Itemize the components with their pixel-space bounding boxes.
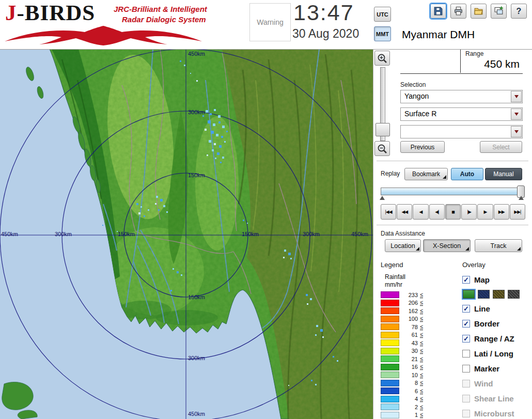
checkbox-lati-long[interactable]	[462, 350, 470, 358]
dropdown-extra[interactable]	[400, 125, 523, 138]
overlay-item-lati-long: Lati / Long	[462, 346, 531, 361]
overlay-label-lati-long: Lati / Long	[474, 349, 513, 358]
rain-echo	[247, 223, 248, 224]
clock-date: 30 Aug 2020	[292, 27, 359, 41]
legend-row: 30≤	[381, 347, 448, 355]
map-swatch-olive[interactable]	[493, 290, 505, 299]
open-file-button[interactable]	[471, 4, 487, 19]
legend-color-swatch	[381, 348, 399, 354]
radar-map[interactable]: 450km300km150km150km300km450km450km300km…	[0, 49, 373, 419]
range-ring-label: 300km	[55, 231, 72, 237]
manual-button[interactable]: Manual	[485, 168, 522, 180]
select-button[interactable]: Select	[480, 141, 522, 153]
overlay-item-range-az: ✓Range / AZ	[462, 331, 531, 346]
range-ring-label: 450km	[351, 231, 368, 237]
zoom-in-button[interactable]	[374, 51, 390, 66]
checkbox-line[interactable]: ✓	[462, 305, 470, 313]
dropdown-site[interactable]: Yangon	[400, 90, 523, 103]
rain-echo	[158, 209, 160, 211]
mmt-button[interactable]: MMT	[374, 26, 391, 41]
checkbox-marker[interactable]	[462, 365, 470, 373]
dropdown-arrow-button[interactable]	[511, 91, 522, 102]
previous-button[interactable]: Previous	[400, 141, 445, 153]
legend-value: 10	[405, 372, 418, 378]
play-button[interactable]: ▶	[477, 204, 493, 220]
dropdown-arrow-button[interactable]	[511, 126, 522, 137]
da-button-label: Track	[491, 242, 507, 250]
dropdown-product[interactable]: Surface R	[400, 107, 523, 121]
range-ring-label: 300km	[188, 355, 205, 361]
overlay-item-marker: Marker	[462, 361, 531, 376]
legend-row: 21≤	[381, 355, 448, 363]
zoom-out-button[interactable]	[374, 141, 390, 156]
legend-color-swatch	[381, 396, 399, 402]
jbirds-app: J-BIRDS JRC-Brilliant & Intelligent Rada…	[0, 0, 532, 419]
rain-echo	[226, 131, 228, 132]
checkbox-border[interactable]: ✓	[462, 320, 470, 328]
track-button[interactable]: Track	[475, 239, 522, 252]
checkbox-map[interactable]: ✓	[462, 276, 470, 284]
step-back-button[interactable]: ◀|	[429, 204, 445, 220]
utc-button[interactable]: UTC	[374, 7, 391, 22]
x-section-button[interactable]: X-Section	[423, 239, 471, 252]
warning-panel[interactable]: Warning	[249, 3, 291, 41]
replay-timeline-slider[interactable]	[381, 188, 523, 195]
rain-echo	[177, 271, 179, 273]
map-swatch-green[interactable]	[463, 290, 475, 299]
overlay-label-microburst: Microburst	[474, 409, 514, 418]
rain-echo	[180, 60, 181, 62]
fast-forward-button[interactable]: ▶▶	[494, 204, 509, 220]
rain-echo	[284, 250, 286, 252]
legend-row: 43≤	[381, 339, 448, 347]
auto-button[interactable]: Auto	[451, 168, 483, 180]
legend-value: 206	[405, 300, 418, 306]
legend-color-swatch	[381, 307, 399, 314]
legend-row: 206≤	[381, 299, 448, 307]
legend-lte-symbol: ≤	[420, 412, 423, 418]
jump-start-button[interactable]: |◀◀	[381, 204, 396, 220]
step-forward-button[interactable]: |▶	[461, 204, 477, 220]
range-display: Range 450 km	[400, 49, 523, 74]
zoom-slider-handle[interactable]	[375, 123, 390, 136]
da-button-label: Location	[390, 242, 415, 250]
jump-end-button[interactable]: ▶▶|	[510, 204, 525, 220]
save-button[interactable]	[430, 4, 446, 19]
legend-lte-symbol: ≤	[420, 388, 423, 394]
map-swatch-navy[interactable]	[478, 290, 490, 299]
range-ring-label: 150km	[188, 172, 205, 178]
location-button[interactable]: Location	[385, 239, 421, 252]
range-label: Range	[465, 50, 483, 57]
print-button[interactable]	[450, 4, 466, 19]
dropdown-value: Surface R	[404, 110, 436, 118]
capture-button[interactable]	[491, 4, 507, 19]
rain-echo	[196, 80, 198, 82]
legend-lte-symbol: ≤	[420, 396, 423, 402]
legend-row: 2≤	[381, 403, 448, 411]
rain-echo	[202, 115, 204, 117]
print-icon	[453, 6, 463, 16]
legend-color-swatch	[381, 291, 399, 298]
rain-echo	[212, 149, 214, 151]
legend-value: 78	[405, 324, 418, 330]
overlay-label-border: Border	[474, 319, 499, 328]
rain-echo	[224, 141, 226, 143]
stop-button[interactable]: ■	[445, 204, 461, 220]
range-ring-label: 150km	[188, 294, 205, 300]
legend-row: 162≤	[381, 307, 448, 315]
legend-lte-symbol: ≤	[420, 324, 423, 330]
help-icon: ?	[517, 7, 522, 16]
play-back-button[interactable]: ◀	[413, 204, 428, 220]
replay-label: Replay	[381, 170, 400, 177]
map-swatch-gray[interactable]	[508, 290, 520, 299]
fast-rewind-button[interactable]: ◀◀	[397, 204, 412, 220]
zoom-control	[374, 51, 390, 157]
rain-echo	[290, 258, 292, 259]
range-divider	[460, 49, 461, 73]
checkbox-range-az[interactable]: ✓	[462, 335, 470, 343]
bookmark-button[interactable]: Bookmark	[404, 168, 448, 180]
overlay-label-line: Line	[474, 304, 490, 313]
dropdown-arrow-button[interactable]	[511, 108, 522, 120]
rain-echo	[215, 158, 216, 159]
chevron-down-icon	[514, 130, 519, 133]
help-button[interactable]: ?	[511, 4, 527, 19]
